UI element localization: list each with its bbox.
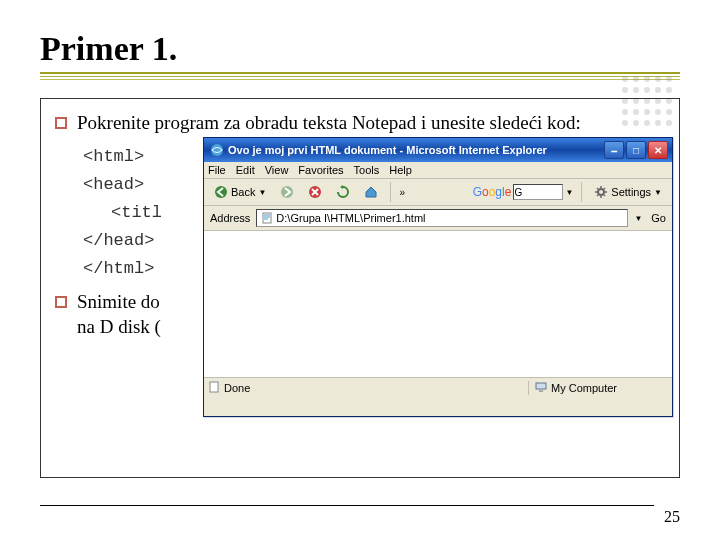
footer-rule — [40, 505, 654, 506]
toolbar-chevron[interactable]: » — [399, 187, 405, 198]
toolbar-separator — [581, 182, 582, 202]
bullet-icon — [55, 296, 67, 308]
slide-title: Primer 1. — [40, 30, 680, 68]
window-titlebar[interactable]: Ovo je moj prvi HTML dokument - Microsof… — [204, 138, 672, 162]
gear-icon — [594, 185, 608, 199]
zone-text: My Computer — [551, 382, 617, 394]
menu-help[interactable]: Help — [389, 164, 412, 176]
status-bar: Done My Computer — [204, 377, 672, 397]
google-toolbar: Google ▼ — [473, 184, 574, 200]
code-line-4: </head> — [83, 230, 154, 252]
page-number: 25 — [664, 508, 680, 526]
google-logo-icon: Google — [473, 185, 512, 199]
document-icon — [208, 381, 220, 395]
menu-edit[interactable]: Edit — [236, 164, 255, 176]
browser-viewport — [204, 231, 672, 377]
toolbar-separator — [390, 182, 391, 202]
title-underline — [40, 72, 680, 80]
home-icon — [364, 185, 378, 199]
forward-button[interactable] — [276, 183, 298, 201]
code-line-1: <html> — [83, 146, 144, 168]
bullet-text-1: Pokrenite program za obradu teksta Notep… — [77, 111, 581, 136]
menu-file[interactable]: File — [208, 164, 226, 176]
go-label: Go — [651, 212, 666, 224]
chevron-down-icon: ▼ — [654, 188, 662, 197]
menu-favorites[interactable]: Favorites — [298, 164, 343, 176]
settings-label: Settings — [611, 186, 651, 198]
address-bar: Address D:\Grupa I\HTML\Primer1.html ▼ G… — [204, 206, 672, 231]
home-button[interactable] — [360, 183, 382, 201]
content-frame: Pokrenite program za obradu teksta Notep… — [40, 98, 680, 478]
address-input[interactable]: D:\Grupa I\HTML\Primer1.html — [256, 209, 628, 227]
code-line-5: </html> — [83, 258, 154, 280]
menu-bar: File Edit View Favorites Tools Help — [204, 162, 672, 179]
stop-button[interactable] — [304, 183, 326, 201]
nav-toolbar: Back ▼ — [204, 179, 672, 206]
svg-point-0 — [211, 144, 223, 156]
ie-window: Ovo je moj prvi HTML dokument - Microsof… — [203, 137, 673, 417]
bullet-icon — [55, 117, 67, 129]
go-button[interactable]: Go — [648, 212, 666, 224]
menu-tools[interactable]: Tools — [354, 164, 380, 176]
status-text: Done — [224, 382, 250, 394]
chevron-down-icon[interactable]: ▼ — [634, 214, 642, 223]
settings-button[interactable]: Settings ▼ — [590, 183, 666, 201]
window-title: Ovo je moj prvi HTML dokument - Microsof… — [228, 144, 604, 156]
close-button[interactable]: ✕ — [648, 141, 668, 159]
ie-logo-icon — [210, 143, 224, 157]
refresh-button[interactable] — [332, 183, 354, 201]
maximize-button[interactable]: □ — [626, 141, 646, 159]
svg-rect-9 — [539, 390, 543, 392]
svg-rect-7 — [210, 382, 218, 392]
chevron-down-icon: ▼ — [258, 188, 266, 197]
google-search-input[interactable] — [513, 184, 563, 200]
code-line-2: <head> — [83, 174, 144, 196]
menu-view[interactable]: View — [265, 164, 289, 176]
bullet-text-2b: na D disk ( — [77, 315, 161, 340]
bullet-text-2a: Snimite do — [77, 290, 161, 315]
back-icon — [214, 185, 228, 199]
address-label: Address — [210, 212, 250, 224]
computer-icon — [535, 381, 547, 395]
forward-icon — [280, 185, 294, 199]
minimize-button[interactable]: ‒ — [604, 141, 624, 159]
code-line-3: <titl — [111, 202, 162, 224]
back-button[interactable]: Back ▼ — [210, 183, 270, 201]
back-label: Back — [231, 186, 255, 198]
stop-icon — [308, 185, 322, 199]
svg-point-4 — [598, 189, 604, 195]
document-icon — [261, 212, 273, 224]
refresh-icon — [336, 185, 350, 199]
svg-rect-8 — [536, 383, 546, 389]
chevron-down-icon[interactable]: ▼ — [565, 188, 573, 197]
address-value: D:\Grupa I\HTML\Primer1.html — [276, 212, 425, 224]
